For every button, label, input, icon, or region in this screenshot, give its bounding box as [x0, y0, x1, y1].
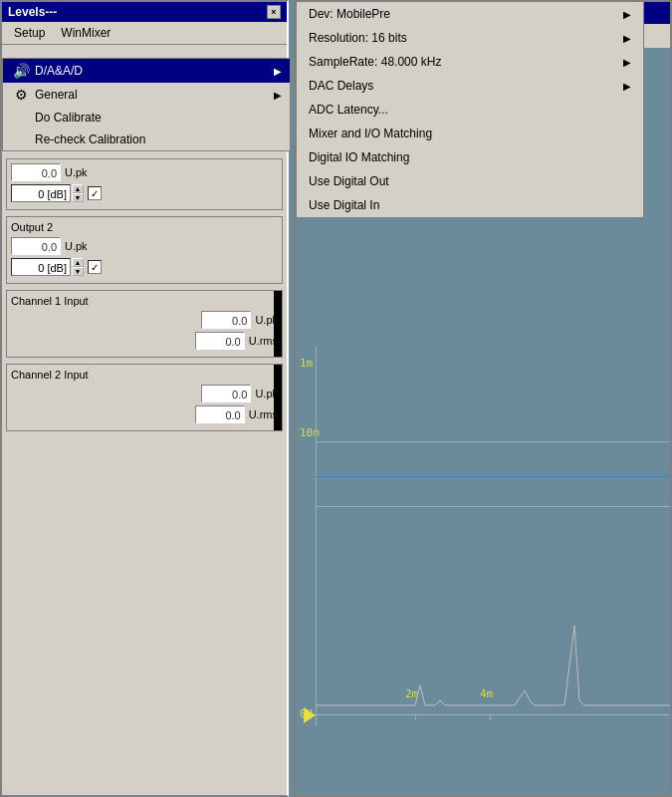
levels-title: Levels---: [8, 5, 57, 19]
output1-section: 0.0 U.pk 0 [dB] ▲ ▼ ✓: [6, 158, 283, 210]
output2-upk-row: 0.0 U.pk: [11, 237, 278, 255]
levels-titlebar: Levels--- ×: [2, 2, 287, 22]
output2-checkbox[interactable]: ✓: [88, 260, 102, 274]
channel1-bar: [274, 291, 282, 357]
output1-upk-row: 0.0 U.pk: [11, 163, 278, 181]
output2-spinner[interactable]: 0 [dB] ▲ ▼: [11, 258, 84, 276]
setup-item-general[interactable]: ⚙ General ▶: [3, 83, 290, 107]
format-item-adc-latency[interactable]: ADC Latency...: [297, 98, 643, 122]
dev-arrow-icon: ▶: [623, 9, 631, 20]
format-item-mixer-io[interactable]: Mixer and I/O Matching: [297, 122, 643, 145]
output2-upk-unit: U.pk: [65, 240, 88, 252]
format-item-samplerate[interactable]: SampleRate: 48.000 kHz ▶: [297, 50, 643, 74]
format-item-use-digital-in[interactable]: Use Digital In: [297, 193, 643, 217]
levels-menubar: Setup WinMixer: [2, 22, 287, 45]
levels-close-button[interactable]: ×: [267, 5, 281, 19]
output2-spinner-up[interactable]: ▲: [72, 258, 84, 267]
output1-spinner-up[interactable]: ▲: [72, 184, 84, 193]
dac-arrow-icon: ▶: [623, 81, 631, 92]
output2-spinner-arrows: ▲ ▼: [72, 258, 84, 276]
output1-upk-value: 0.0: [11, 163, 61, 181]
levels-setup-menu[interactable]: Setup: [6, 24, 53, 42]
triangle-marker: [304, 707, 316, 723]
setup-item-da8ad[interactable]: 🔊 D/A&A/D ▶: [3, 59, 290, 83]
setup-item-recheck[interactable]: Re-check Calibration: [3, 129, 290, 150]
output1-spinner-arrows: ▲ ▼: [72, 184, 84, 202]
arrow-icon-general: ▶: [274, 90, 282, 101]
output2-upk-value: 0.0: [11, 237, 61, 255]
format-item-dev[interactable]: Dev: MobilePre ▶: [297, 2, 643, 26]
channel1-label: Channel 1 Input: [11, 295, 278, 307]
channel2-section: Channel 2 Input 0.0 U.pk 0.0 U.rms: [6, 364, 283, 431]
resolution-arrow-icon: ▶: [623, 33, 631, 44]
signal-waveform: [316, 516, 670, 715]
format-item-resolution[interactable]: Resolution: 16 bits ▶: [297, 26, 643, 50]
levels-window: Levels--- × Setup WinMixer 🔊 D/A&A/D ▶ ⚙…: [0, 0, 289, 797]
channel2-bar: [274, 365, 282, 430]
output2-section: Output 2 0.0 U.pk 0 [dB] ▲ ▼ ✓: [6, 216, 283, 284]
output1-checkbox[interactable]: ✓: [88, 186, 102, 200]
setup-dropdown: 🔊 D/A&A/D ▶ ⚙ General ▶ Do Calibrate Re-…: [2, 58, 291, 151]
channel1-pk-value: 0.0: [201, 311, 251, 329]
channel2-label: Channel 2 Input: [11, 369, 278, 381]
general-icon: ⚙: [11, 87, 31, 103]
grid-line-h2: [316, 506, 670, 507]
format-item-use-digital-out[interactable]: Use Digital Out: [297, 169, 643, 193]
output2-db-input[interactable]: 0 [dB]: [11, 258, 71, 276]
channel1-rms-value: 0.0: [195, 332, 245, 350]
reference-line-blue: [316, 476, 670, 477]
speaker-icon: 🔊: [11, 63, 31, 79]
output1-db-row: 0 [dB] ▲ ▼ ✓: [11, 184, 278, 202]
channel1-rms-row: 0.0 U.rms: [11, 332, 278, 350]
plot-window: L (Primary Plot) -praxis---->> Format Fi…: [294, 0, 672, 797]
levels-winmixer-menu[interactable]: WinMixer: [53, 24, 118, 42]
output1-spinner-down[interactable]: ▼: [72, 193, 84, 202]
channel2-rms-row: 0.0 U.rms: [11, 405, 278, 423]
output2-db-row: 0 [dB] ▲ ▼ ✓: [11, 258, 278, 276]
output2-label: Output 2: [11, 221, 278, 233]
samplerate-arrow-icon: ▶: [623, 57, 631, 68]
channel2-pk-value: 0.0: [201, 385, 251, 402]
output1-spinner[interactable]: 0 [dB] ▲ ▼: [11, 184, 84, 202]
levels-content: 0.0 U.pk 0 [dB] ▲ ▼ ✓ Output 2 0.0 U.pk: [2, 154, 287, 795]
output1-upk-unit: U.pk: [65, 166, 88, 178]
grid-line-h1: [316, 441, 670, 442]
channel1-section: Channel 1 Input 0.0 U.pk 0.0 U.rms: [6, 290, 283, 358]
output2-spinner-down[interactable]: ▼: [72, 267, 84, 276]
format-dropdown: Dev: MobilePre ▶ Resolution: 16 bits ▶ S…: [296, 2, 644, 218]
setup-item-calibrate[interactable]: Do Calibrate: [3, 107, 290, 129]
channel2-pk-row: 0.0 U.pk: [11, 385, 278, 402]
channel1-pk-row: 0.0 U.pk: [11, 311, 278, 329]
y-label-1m: 1m: [300, 357, 313, 370]
format-item-digital-io[interactable]: Digital IO Matching: [297, 145, 643, 169]
channel2-rms-value: 0.0: [195, 405, 245, 423]
format-item-dac-delays[interactable]: DAC Delays ▶: [297, 74, 643, 98]
arrow-icon: ▶: [274, 66, 282, 77]
output1-db-input[interactable]: 0 [dB]: [11, 184, 71, 202]
